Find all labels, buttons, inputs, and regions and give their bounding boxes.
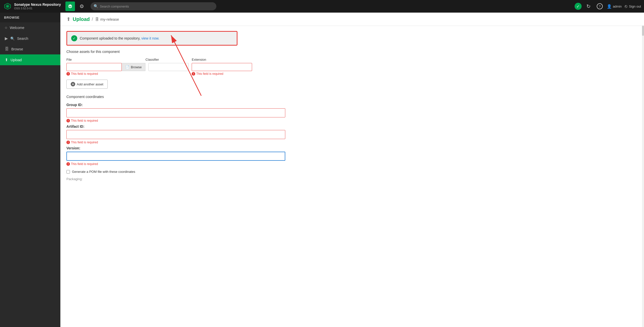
- sidebar-item-welcome-label: Welcome: [10, 26, 24, 30]
- extension-error-msg: ! This field is required: [192, 72, 252, 76]
- version-error-text: This field is required: [71, 162, 98, 166]
- coords-title: Component coordinates: [66, 95, 638, 99]
- package-icon: [68, 4, 73, 9]
- sidebar-item-search[interactable]: ▶ 🔍 Search: [0, 33, 60, 44]
- extension-input[interactable]: [192, 63, 252, 71]
- packaging-label-text: Packaging:: [66, 177, 83, 181]
- group-id-label: Group ID:: [66, 103, 638, 107]
- file-group: 📄 Browse: [66, 63, 145, 71]
- group-id-error-text: This field is required: [71, 119, 98, 122]
- file-error-msg: ! This field is required: [66, 72, 145, 76]
- extension-error-icon: !: [192, 72, 195, 76]
- search-bar[interactable]: 🔍: [91, 2, 216, 10]
- sidebar-header: Browse: [0, 13, 60, 22]
- breadcrumb-upload: Upload: [73, 16, 90, 22]
- nav-right: ✓ ↻ ? 👤 admin ⎋ Sign out: [575, 2, 641, 10]
- user-menu-button[interactable]: 👤 admin: [607, 4, 622, 9]
- artifact-id-error-text: This field is required: [71, 141, 98, 144]
- file-error-icon: !: [66, 72, 70, 76]
- generate-pom-checkbox[interactable]: [66, 170, 70, 174]
- group-id-error-icon: !: [66, 119, 70, 122]
- sidebar-item-upload[interactable]: ⬆ Upload: [0, 54, 60, 65]
- brand-version: OSS 3.52.0-01: [14, 7, 61, 10]
- file-error-text: This field is required: [71, 72, 98, 76]
- artifact-id-error: ! This field is required: [66, 141, 638, 144]
- breadcrumb-repo: 🗄 my-release: [95, 17, 119, 21]
- classifier-field: Classifier: [145, 58, 189, 71]
- upload-icon: ⬆: [5, 57, 8, 62]
- svg-marker-4: [68, 5, 72, 6]
- artifact-id-field: Artifact ID: ! This field is required: [66, 124, 638, 144]
- success-check-icon: ✓: [71, 35, 77, 41]
- generate-pom-label: Generate a POM file with these coordinat…: [72, 170, 135, 174]
- browse-icon: 🗄: [5, 47, 9, 51]
- add-icon: +: [71, 82, 75, 86]
- brand: Sonatype Nexus Repository OSS 3.52.0-01: [3, 2, 63, 11]
- refresh-button[interactable]: ↻: [585, 2, 593, 10]
- add-asset-label: Add another asset: [77, 82, 103, 86]
- search-icon: 🔍: [94, 4, 98, 9]
- group-id-error: ! This field is required: [66, 119, 638, 122]
- search-sidebar-icon: ▶: [5, 36, 8, 41]
- extension-error-text: This field is required: [196, 72, 223, 76]
- version-error: ! This field is required: [66, 162, 638, 166]
- welcome-icon: ○: [5, 25, 7, 30]
- browse-nav-button[interactable]: [65, 2, 75, 11]
- browse-label: Browse: [131, 65, 142, 69]
- coords-section: Component coordinates Group ID: ! This f…: [66, 95, 638, 181]
- sidebar-item-welcome[interactable]: ○ Welcome: [0, 22, 60, 33]
- form-section: Choose assets for this component File 📄 …: [60, 50, 644, 187]
- settings-button[interactable]: ⚙: [77, 2, 87, 11]
- scrollbar-track[interactable]: [642, 25, 644, 327]
- classifier-label: Classifier: [145, 58, 189, 61]
- view-now-link[interactable]: view it now.: [141, 36, 159, 40]
- sidebar-item-browse-label: Browse: [11, 47, 23, 51]
- assets-section-label: Choose assets for this component: [66, 50, 638, 54]
- breadcrumb-repo-name: my-release: [100, 17, 119, 21]
- top-navigation: Sonatype Nexus Repository OSS 3.52.0-01 …: [0, 0, 644, 13]
- main-layout: Browse ○ Welcome ▶ 🔍 Search 🗄 Browse ⬆ U…: [0, 13, 644, 327]
- page-header: ⬆ Upload / 🗄 my-release: [60, 13, 644, 26]
- extension-field: Extension ! This field is required: [192, 58, 252, 76]
- group-id-field: Group ID: ! This field is required: [66, 103, 638, 122]
- version-label: Version:: [66, 146, 638, 150]
- sidebar-item-search-label: Search: [17, 37, 28, 41]
- version-input[interactable]: [66, 152, 285, 161]
- file-field: File 📄 Browse ! This field is required: [66, 58, 145, 76]
- generate-pom-row: Generate a POM file with these coordinat…: [66, 170, 638, 174]
- artifact-id-label: Artifact ID:: [66, 124, 638, 128]
- assets-row: File 📄 Browse ! This field is required: [66, 58, 638, 76]
- extension-label: Extension: [192, 58, 252, 61]
- main-content: ⬆ Upload / 🗄 my-release ✓ Component uplo…: [60, 13, 644, 327]
- sidebar: Browse ○ Welcome ▶ 🔍 Search 🗄 Browse ⬆ U…: [0, 13, 60, 327]
- packaging-field: Packaging:: [66, 177, 638, 181]
- artifact-id-error-icon: !: [66, 141, 70, 144]
- artifact-id-input[interactable]: [66, 130, 285, 139]
- brand-text: Sonatype Nexus Repository OSS 3.52.0-01: [14, 3, 61, 10]
- breadcrumb-separator: /: [92, 17, 93, 22]
- scrollbar-thumb[interactable]: [642, 26, 644, 36]
- file-input[interactable]: [66, 63, 122, 71]
- browse-button[interactable]: 📄 Browse: [122, 63, 145, 71]
- sidebar-item-browse[interactable]: 🗄 Browse: [0, 44, 60, 54]
- browse-file-icon: 📄: [125, 65, 129, 69]
- help-icon: ?: [597, 3, 603, 9]
- add-asset-button[interactable]: + Add another asset: [66, 80, 108, 89]
- signout-button[interactable]: ⎋ Sign out: [625, 4, 641, 9]
- system-status-icon: ✓: [575, 3, 582, 10]
- classifier-input[interactable]: [148, 63, 189, 71]
- repo-db-icon: 🗄: [95, 17, 99, 21]
- search-input[interactable]: [100, 5, 213, 8]
- signout-label: Sign out: [629, 5, 641, 8]
- refresh-icon: ↻: [586, 3, 591, 9]
- brand-logo-icon: [3, 2, 12, 11]
- help-button[interactable]: ?: [596, 2, 604, 10]
- user-icon: 👤: [607, 4, 612, 9]
- upload-header-icon: ⬆: [66, 16, 71, 22]
- version-field: Version: ! This field is required: [66, 146, 638, 166]
- search-expand-icon: 🔍: [10, 37, 15, 41]
- success-text: Component uploaded to the repository, vi…: [80, 36, 159, 40]
- version-error-icon: !: [66, 162, 70, 166]
- group-id-input[interactable]: [66, 108, 285, 117]
- file-label: File: [66, 58, 145, 61]
